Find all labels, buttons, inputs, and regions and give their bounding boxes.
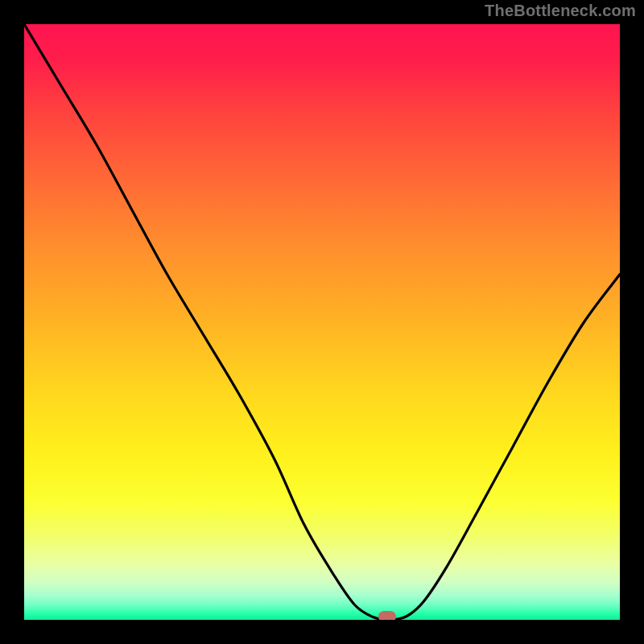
- optimum-marker: [378, 611, 396, 620]
- plot-area: [24, 24, 620, 620]
- watermark-text: TheBottleneck.com: [485, 2, 636, 20]
- bottleneck-curve: [24, 24, 620, 620]
- chart-container: TheBottleneck.com: [0, 0, 644, 644]
